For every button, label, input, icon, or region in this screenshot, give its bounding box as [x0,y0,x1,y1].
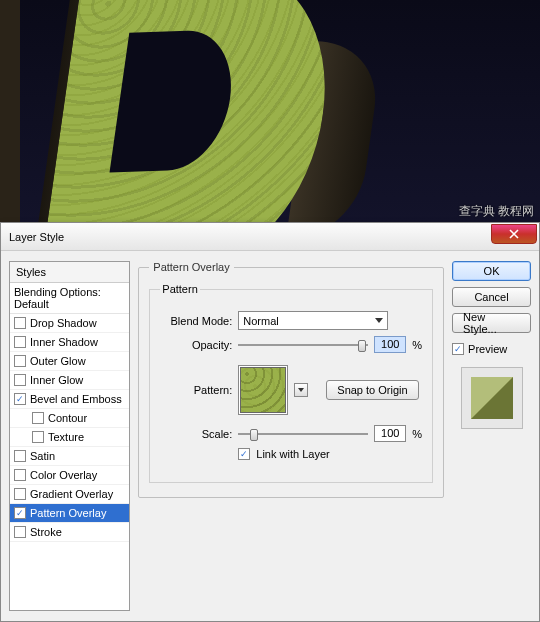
style-item-gradient-overlay[interactable]: Gradient Overlay [10,485,129,504]
pattern-picker-button[interactable] [294,383,308,397]
style-item-label: Satin [30,450,55,462]
preview-thumbnail [461,367,523,429]
new-style-button[interactable]: New Style... [452,313,531,333]
opacity-slider[interactable] [238,338,368,352]
close-icon [509,229,519,239]
pattern-swatch[interactable] [238,365,288,415]
style-item-label: Bevel and Emboss [30,393,122,405]
preview-checkbox[interactable] [452,343,464,355]
style-item-inner-shadow[interactable]: Inner Shadow [10,333,129,352]
blend-mode-label: Blend Mode: [160,315,232,327]
layer-style-dialog: Layer Style Styles Blending Options: Def… [0,222,540,622]
snap-to-origin-button[interactable]: Snap to Origin [326,380,418,400]
style-item-checkbox[interactable] [14,507,26,519]
style-item-checkbox[interactable] [14,336,26,348]
opacity-label: Opacity: [160,339,232,351]
watermark: 查字典 教程网 [459,203,534,220]
link-with-layer-label: Link with Layer [256,448,329,460]
style-item-label: Stroke [30,526,62,538]
style-item-label: Inner Glow [30,374,83,386]
style-item-outer-glow[interactable]: Outer Glow [10,352,129,371]
document-canvas: 查字典 教程网 [0,0,540,222]
group-legend: Pattern Overlay [149,261,233,273]
style-item-satin[interactable]: Satin [10,447,129,466]
scale-unit: % [412,428,422,440]
styles-list: Styles Blending Options: Default Drop Sh… [9,261,130,611]
style-item-contour[interactable]: Contour [10,409,129,428]
style-item-color-overlay[interactable]: Color Overlay [10,466,129,485]
style-item-checkbox[interactable] [32,412,44,424]
blend-mode-select[interactable]: Normal [238,311,388,330]
opacity-unit: % [412,339,422,351]
blend-mode-value: Normal [243,315,278,327]
style-item-checkbox[interactable] [14,393,26,405]
preview-label: Preview [468,343,507,355]
pattern-inner-group: Pattern Blend Mode: Normal Opacity: [149,283,433,483]
style-item-label: Color Overlay [30,469,97,481]
style-item-checkbox[interactable] [14,526,26,538]
style-item-checkbox[interactable] [14,469,26,481]
dialog-buttons: OK Cancel New Style... Preview [452,261,531,611]
scale-input[interactable]: 100 [374,425,406,442]
opacity-input[interactable]: 100 [374,336,406,353]
style-item-checkbox[interactable] [14,317,26,329]
scale-label: Scale: [160,428,232,440]
style-item-label: Drop Shadow [30,317,97,329]
style-item-drop-shadow[interactable]: Drop Shadow [10,314,129,333]
ok-button[interactable]: OK [452,261,531,281]
chevron-down-icon [375,318,383,323]
cancel-button[interactable]: Cancel [452,287,531,307]
style-item-checkbox[interactable] [14,488,26,500]
dialog-title: Layer Style [9,231,491,243]
style-item-label: Contour [48,412,87,424]
inner-legend: Pattern [160,283,199,295]
styles-header[interactable]: Styles [10,262,129,283]
style-item-texture[interactable]: Texture [10,428,129,447]
style-item-label: Pattern Overlay [30,507,106,519]
style-item-checkbox[interactable] [32,431,44,443]
style-item-checkbox[interactable] [14,450,26,462]
style-item-checkbox[interactable] [14,374,26,386]
pattern-overlay-group: Pattern Overlay Pattern Blend Mode: Norm… [138,261,444,498]
style-item-label: Outer Glow [30,355,86,367]
style-item-stroke[interactable]: Stroke [10,523,129,542]
scale-slider[interactable] [238,427,368,441]
dialog-titlebar[interactable]: Layer Style [1,223,539,251]
blending-options-item[interactable]: Blending Options: Default [10,283,129,314]
style-item-label: Inner Shadow [30,336,98,348]
style-item-bevel-and-emboss[interactable]: Bevel and Emboss [10,390,129,409]
settings-panel: Pattern Overlay Pattern Blend Mode: Norm… [138,261,444,611]
link-with-layer-checkbox[interactable] [238,448,250,460]
style-item-pattern-overlay[interactable]: Pattern Overlay [10,504,129,523]
style-item-inner-glow[interactable]: Inner Glow [10,371,129,390]
pattern-label: Pattern: [160,384,232,396]
style-item-checkbox[interactable] [14,355,26,367]
close-button[interactable] [491,224,537,244]
chevron-down-icon [298,388,304,392]
style-item-label: Gradient Overlay [30,488,113,500]
style-item-label: Texture [48,431,84,443]
